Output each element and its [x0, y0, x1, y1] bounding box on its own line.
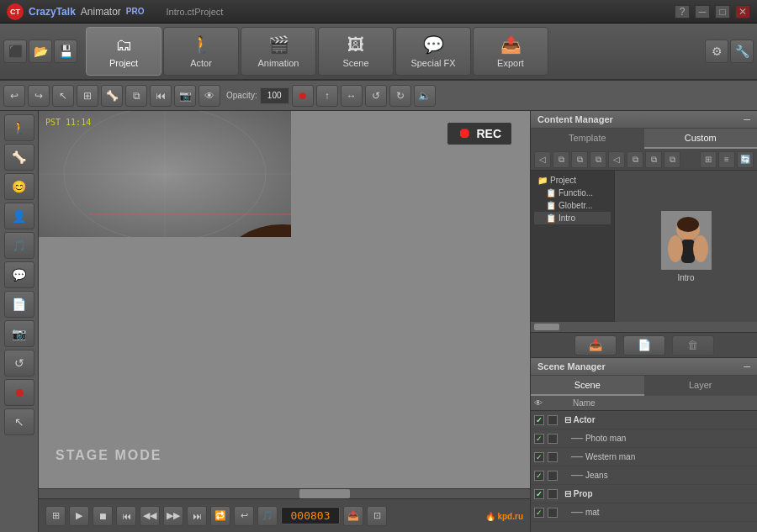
scene-tab-layer[interactable]: Layer	[644, 376, 758, 396]
scene-row-jeans[interactable]: ✓ ── Jeans	[531, 466, 757, 485]
chat-btn[interactable]: 💬	[4, 261, 34, 288]
mat-lock-check[interactable]	[548, 508, 558, 518]
toolbar-icon-1[interactable]: ⬛	[3, 40, 27, 63]
audio-btn[interactable]: 🔈	[414, 85, 436, 107]
prop-eye-check[interactable]: ✓	[534, 489, 544, 499]
skip-start-btn[interactable]: ⏮	[150, 85, 172, 107]
bone-tool[interactable]: 🦴	[101, 85, 123, 107]
eye-lash-btn[interactable]: 👁	[199, 85, 220, 107]
cm-btn-3[interactable]: ⧉	[571, 151, 588, 168]
tab-custom[interactable]: Custom	[644, 129, 758, 149]
record-side-btn[interactable]: ⏺	[4, 379, 34, 406]
loop-btn[interactable]: 🔁	[210, 506, 230, 526]
music-btn[interactable]: 🎵	[4, 232, 34, 259]
undo-button[interactable]: ↩	[3, 85, 25, 107]
tab-special-fx[interactable]: 💬 Special FX	[395, 27, 471, 76]
face-btn[interactable]: 😊	[4, 173, 34, 200]
prop-lock-check[interactable]	[548, 489, 558, 499]
cm-btn-6[interactable]: ⧉	[627, 151, 643, 168]
cm-import-btn[interactable]: 📥	[574, 335, 617, 356]
toolbar-icon-2[interactable]: 📂	[29, 40, 52, 63]
move-up-btn[interactable]: ↑	[316, 85, 338, 107]
select-tool[interactable]: ↖	[52, 85, 74, 107]
cm-btn-5[interactable]: ◁	[608, 151, 625, 168]
tree-item-intro[interactable]: 📋 Intro	[534, 212, 611, 224]
cm-view-btn-2[interactable]: ≡	[718, 151, 735, 168]
tab-animation[interactable]: 🎬 Animation	[241, 27, 316, 76]
scene-row-prop[interactable]: ✓ ⊟ Prop	[531, 485, 757, 503]
redo-button[interactable]: ↪	[28, 85, 50, 107]
pointer-btn[interactable]: ↖	[4, 408, 34, 435]
cm-copy-btn[interactable]: 📄	[623, 335, 665, 356]
cm-btn-8[interactable]: ⧉	[664, 151, 680, 168]
photo-man-eye-check[interactable]: ✓	[534, 434, 544, 444]
content-manager-collapse[interactable]: ─	[744, 114, 750, 124]
prev-frame-btn[interactable]: ◀◀	[140, 506, 160, 526]
actor-lock-check[interactable]	[548, 415, 558, 425]
audio2-btn[interactable]: 🎵	[257, 506, 278, 526]
record-btn[interactable]: ⏺	[292, 85, 314, 107]
body-btn[interactable]: 👤	[4, 203, 34, 229]
fit-btn[interactable]: ⊡	[367, 506, 387, 526]
skip-start-btn[interactable]: ⏮	[116, 506, 136, 526]
maximize-button[interactable]: □	[715, 5, 730, 18]
copy-tool[interactable]: ⧉	[125, 85, 147, 107]
cm-delete-btn[interactable]: 🗑	[672, 335, 714, 356]
scene-row-western-man[interactable]: ✓ ── Western man	[531, 448, 757, 466]
cm-scroll-thumb[interactable]	[534, 324, 559, 330]
jeans-lock-check[interactable]	[548, 471, 558, 481]
play-button[interactable]: ▶	[69, 506, 89, 526]
rotate-btn[interactable]: ↺	[4, 350, 34, 377]
transform-tool[interactable]: ⊞	[77, 85, 98, 107]
export-btn[interactable]: 📤	[343, 506, 363, 526]
scene-manager-collapse[interactable]: ─	[744, 361, 750, 371]
toolbar-icon-3[interactable]: 💾	[54, 40, 77, 63]
doc-btn[interactable]: 📄	[4, 291, 34, 318]
cm-btn-2[interactable]: ⧉	[553, 151, 569, 168]
move-lr-btn[interactable]: ↔	[341, 85, 363, 107]
cm-refresh-btn[interactable]: 🔄	[737, 151, 754, 168]
opacity-input[interactable]	[260, 87, 289, 104]
scene-row-photo-man[interactable]: ✓ ── Photo man	[531, 429, 757, 448]
camera2-btn[interactable]: 📷	[4, 320, 34, 347]
stop-button[interactable]: ⏹	[93, 506, 113, 526]
bone-mode-btn[interactable]: 🦴	[4, 144, 34, 171]
stage-scrollbar[interactable]	[39, 488, 530, 498]
actor-eye-check[interactable]: ✓	[534, 415, 544, 425]
cm-scrollbar[interactable]	[531, 322, 757, 332]
rotate-ccw-btn[interactable]: ↺	[365, 85, 387, 107]
scene-row-actor[interactable]: ✓ ⊟ Actor	[531, 411, 757, 429]
loop2-btn[interactable]: ↩	[234, 506, 254, 526]
tab-template[interactable]: Template	[531, 129, 644, 149]
tree-item-function[interactable]: 📋 Functio...	[534, 187, 611, 199]
settings-icon[interactable]: ⚙	[705, 40, 728, 63]
close-button[interactable]: ✕	[735, 5, 750, 18]
tab-export[interactable]: 📤 Export	[473, 27, 548, 76]
jeans-eye-check[interactable]: ✓	[534, 471, 544, 481]
cm-btn-4[interactable]: ⧉	[590, 151, 606, 168]
stage-canvas[interactable]: ⏺ REC STAGE MODE PST 11:14	[39, 111, 530, 488]
western-man-eye-check[interactable]: ✓	[534, 452, 544, 462]
mat-eye-check[interactable]: ✓	[534, 508, 544, 518]
help-button[interactable]: ?	[675, 5, 690, 18]
scene-tab-scene[interactable]: Scene	[531, 376, 644, 396]
cm-btn-1[interactable]: ◁	[534, 151, 551, 168]
options-icon[interactable]: 🔧	[730, 40, 754, 63]
tab-actor[interactable]: 🚶 Actor	[163, 27, 239, 76]
cm-view-btn-1[interactable]: ⊞	[700, 151, 717, 168]
photo-man-lock-check[interactable]	[548, 434, 558, 444]
tree-item-globetr[interactable]: 📋 Globetr...	[534, 199, 611, 212]
tab-project[interactable]: 🗂 Project	[86, 27, 161, 76]
tree-item-project[interactable]: 📁 Project	[534, 174, 611, 187]
minimize-button[interactable]: ─	[695, 5, 710, 18]
skip-end-btn[interactable]: ⏭	[187, 506, 207, 526]
rotate-cw-btn[interactable]: ↻	[389, 85, 411, 107]
tab-scene[interactable]: 🖼 Scene	[318, 27, 394, 76]
scene-row-mat[interactable]: ✓ ── mat	[531, 503, 757, 522]
camera-btn[interactable]: 📷	[174, 85, 196, 107]
next-frame-btn[interactable]: ▶▶	[163, 506, 183, 526]
actor-mode-btn[interactable]: 🚶	[4, 114, 34, 141]
cm-btn-7[interactable]: ⧉	[645, 151, 662, 168]
western-man-lock-check[interactable]	[548, 452, 558, 462]
scroll-thumb[interactable]	[299, 489, 350, 498]
